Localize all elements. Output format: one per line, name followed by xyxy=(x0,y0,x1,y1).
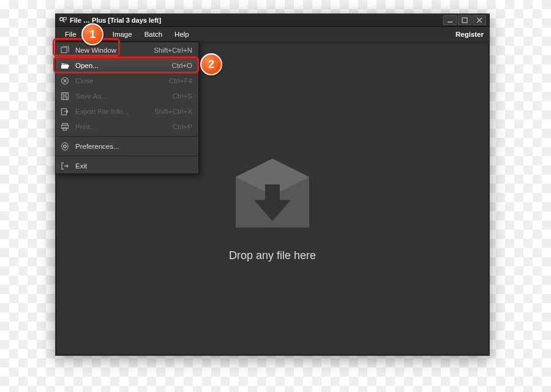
app-icon xyxy=(59,16,67,24)
drop-hint-label: Drop any file here xyxy=(229,249,316,262)
menu-item-export: Export File Info... Shift+Ctrl+X xyxy=(56,104,198,119)
title-bar: File … Plus [Trial 3 days left] xyxy=(55,13,490,27)
menu-item-label: Open... xyxy=(75,62,171,69)
menu-item-open[interactable]: Open... Ctrl+O xyxy=(56,58,198,73)
exit-icon xyxy=(59,162,70,170)
register-link[interactable]: Register xyxy=(455,31,486,38)
callout-badge-1: 1 xyxy=(81,23,103,45)
menu-item-shortcut: Shift+Ctrl+N xyxy=(154,47,192,54)
menu-item-shortcut: Shift+Ctrl+X xyxy=(154,108,192,115)
menu-item-label: Print... xyxy=(75,123,173,130)
new-window-icon xyxy=(59,46,70,55)
menu-item-label: Exit xyxy=(75,162,192,170)
export-icon xyxy=(59,107,70,116)
menu-item-shortcut: Ctrl+O xyxy=(171,62,192,69)
menu-item-preferences[interactable]: Preferences... xyxy=(56,138,198,154)
menu-item-close: Close Ctrl+F4 xyxy=(56,73,198,88)
menu-item-label: Save As... xyxy=(75,92,173,100)
gear-icon xyxy=(59,142,70,151)
svg-rect-13 xyxy=(62,92,69,99)
maximize-button[interactable] xyxy=(458,15,471,25)
menu-item-exit[interactable]: Exit xyxy=(56,158,198,173)
menu-separator xyxy=(56,136,198,137)
close-button[interactable] xyxy=(473,15,486,25)
close-icon xyxy=(59,77,70,85)
svg-line-1 xyxy=(63,20,65,22)
menu-item-label: New Window xyxy=(75,47,154,54)
menu-item-shortcut: Ctrl+F4 xyxy=(169,77,192,85)
menu-item-print: Print... Ctrl+P xyxy=(56,119,198,134)
svg-rect-2 xyxy=(64,17,66,20)
menu-item-save-as: Save As... Ctrl+S xyxy=(56,88,198,104)
minimize-button[interactable] xyxy=(443,15,457,25)
window-title: File … Plus [Trial 3 days left] xyxy=(70,17,161,24)
menu-item-label: Close xyxy=(75,77,169,85)
svg-rect-4 xyxy=(462,18,467,23)
svg-point-0 xyxy=(60,17,63,20)
menu-bar: File E… Image Batch Help Register xyxy=(55,27,490,42)
svg-rect-15 xyxy=(63,97,67,100)
menu-item-label: Preferences... xyxy=(75,143,192,150)
folder-open-icon xyxy=(59,61,70,70)
box-download-icon xyxy=(223,149,321,244)
file-menu-dropdown: New Window Shift+Ctrl+N Open... Ctrl+O C… xyxy=(55,42,199,174)
menu-item-shortcut: Ctrl+P xyxy=(173,123,192,130)
callout-badge-2: 2 xyxy=(200,53,222,75)
menu-separator xyxy=(56,156,198,156)
svg-rect-14 xyxy=(63,92,66,95)
app-window: File … Plus [Trial 3 days left] File E… … xyxy=(55,13,490,356)
menu-item-label: Export File Info... xyxy=(75,108,154,115)
menu-item-shortcut: Ctrl+S xyxy=(173,92,192,100)
menu-batch[interactable]: Batch xyxy=(138,29,168,40)
menu-help[interactable]: Help xyxy=(168,29,195,40)
print-icon xyxy=(59,123,70,131)
menu-file[interactable]: File xyxy=(59,29,83,40)
menu-image[interactable]: Image xyxy=(107,29,138,40)
save-icon xyxy=(59,92,70,100)
svg-rect-9 xyxy=(61,47,67,53)
menu-item-new-window[interactable]: New Window Shift+Ctrl+N xyxy=(56,42,198,58)
